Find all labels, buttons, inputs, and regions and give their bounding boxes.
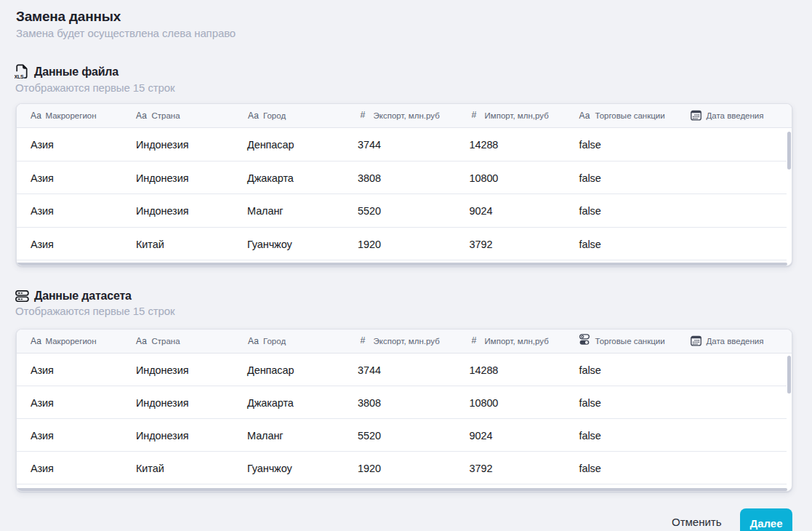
svg-text:XLS: XLS <box>15 73 24 79</box>
